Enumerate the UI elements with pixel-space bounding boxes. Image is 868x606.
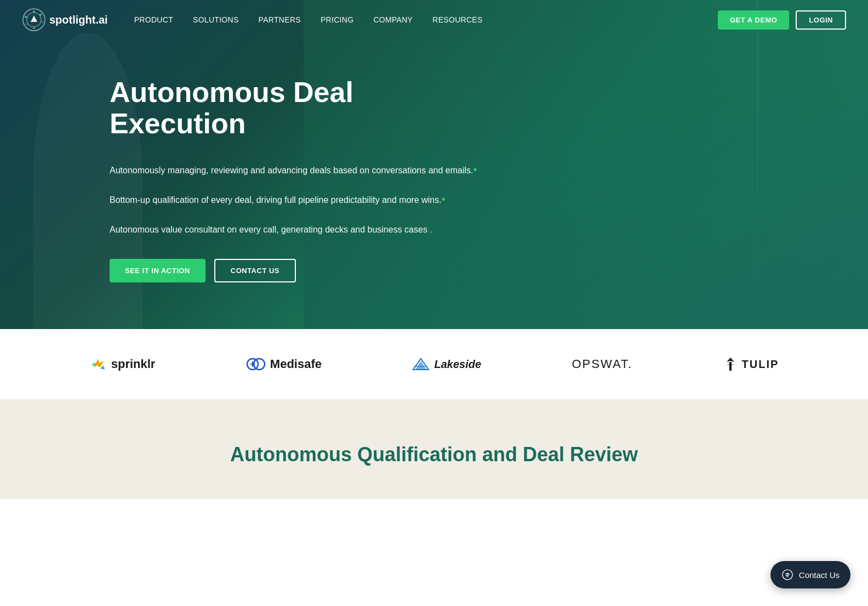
tulip-icon	[723, 356, 738, 372]
nav-items: PRODUCT SOLUTIONS PARTNERS PRICING COMPA…	[134, 15, 718, 24]
svg-point-4	[42, 21, 43, 23]
navbar: spotlight.ai PRODUCT SOLUTIONS PARTNERS …	[0, 0, 868, 39]
svg-marker-8	[31, 15, 37, 22]
hero-title: Autonomous Deal Execution	[110, 77, 493, 139]
opswat-logo: OPSWAT.	[572, 357, 633, 371]
nav-solutions[interactable]: SOLUTIONS	[193, 15, 239, 24]
nav-pricing[interactable]: PRICING	[321, 15, 353, 24]
hero-bullet-2: Bottom-up qualification of every deal, d…	[110, 191, 493, 207]
svg-point-5	[33, 27, 35, 29]
svg-marker-16	[727, 358, 734, 362]
hero-content: Autonomous Deal Execution Autonomously m…	[0, 0, 493, 282]
get-demo-button[interactable]: GET A DEMO	[718, 10, 789, 30]
hero-bullet-3: Autonomous value consultant on every cal…	[110, 220, 493, 237]
navbar-actions: GET A DEMO LOGIN	[718, 10, 846, 30]
hero-bullet-1: Autonomously managing, reviewing and adv…	[110, 161, 493, 178]
partner-logos-section: sprinklr Medisafe Lakeside OPSWAT. TULIP	[0, 329, 868, 399]
brand-name: spotlight.ai	[49, 14, 108, 26]
medisafe-icon	[246, 356, 266, 372]
nav-company[interactable]: COMPANY	[373, 15, 413, 24]
nav-resources[interactable]: RESOURCES	[432, 15, 482, 24]
svg-rect-17	[729, 362, 732, 371]
lakeside-icon	[412, 356, 430, 372]
login-button[interactable]: LOGIN	[796, 10, 846, 30]
svg-point-10	[254, 359, 265, 370]
hero-section: Autonomous Deal Execution Autonomously m…	[0, 0, 868, 329]
tulip-logo: TULIP	[723, 356, 779, 372]
svg-point-2	[33, 10, 35, 13]
see-action-button[interactable]: SEE IT IN ACTION	[110, 259, 205, 282]
lakeside-label: Lakeside	[434, 358, 481, 371]
svg-point-3	[39, 14, 42, 16]
section2-title: Autonomous Qualification and Deal Review	[22, 443, 846, 466]
medisafe-label: Medisafe	[270, 357, 322, 371]
logo-link[interactable]: spotlight.ai	[22, 8, 108, 32]
sprinklr-logo: sprinklr	[89, 356, 156, 372]
lakeside-logo: Lakeside	[412, 356, 481, 372]
tulip-label: TULIP	[742, 358, 779, 371]
svg-point-6	[26, 24, 28, 25]
svg-marker-14	[415, 361, 426, 370]
section2: Autonomous Qualification and Deal Review	[0, 399, 868, 499]
logo-icon	[22, 8, 46, 32]
sprinklr-label: sprinklr	[111, 357, 156, 371]
nav-partners[interactable]: PARTNERS	[259, 15, 301, 24]
sprinklr-icon	[89, 356, 107, 372]
svg-point-7	[25, 16, 27, 18]
contact-us-hero-button[interactable]: CONTACT US	[214, 259, 296, 282]
nav-product[interactable]: PRODUCT	[134, 15, 173, 24]
hero-buttons: SEE IT IN ACTION CONTACT US	[110, 259, 493, 282]
opswat-label: OPSWAT.	[572, 357, 633, 371]
medisafe-logo: Medisafe	[246, 356, 322, 372]
